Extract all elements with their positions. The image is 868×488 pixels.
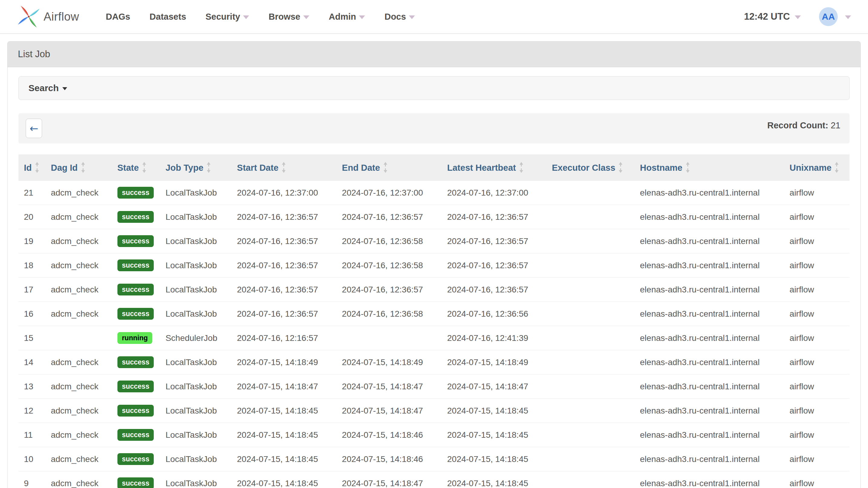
state-badge: success — [117, 405, 154, 417]
column-header-latest_heartbeat[interactable]: Latest Heartbeat — [442, 154, 547, 181]
cell-start_date: 2024-07-15, 14:18:45 — [231, 399, 337, 423]
column-label: State — [117, 163, 139, 173]
actions-toolbar: ← Record Count: 21 — [19, 113, 849, 144]
column-header-start_date[interactable]: Start Date — [231, 154, 337, 181]
column-header-executor_class[interactable]: Executor Class — [546, 154, 634, 181]
cell-latest_heartbeat: 2024-07-16, 12:37:00 — [442, 181, 547, 205]
list-job-panel: List Job Search ← Record Count: 21 IdDa — [7, 41, 861, 488]
column-label: Id — [24, 163, 32, 173]
nav-item-datasets[interactable]: Datasets — [150, 12, 186, 22]
sort-icon — [685, 162, 690, 173]
cell-end_date: 2024-07-15, 14:18:46 — [337, 423, 442, 447]
sort-icon — [519, 162, 524, 173]
cell-start_date: 2024-07-16, 12:37:00 — [231, 181, 337, 205]
cell-latest_heartbeat: 2024-07-15, 14:18:45 — [442, 399, 547, 423]
chevron-down-icon — [845, 16, 851, 19]
record-count-label: Record Count: — [767, 121, 828, 130]
cell-unixname: airflow — [784, 205, 849, 229]
cell-state: success — [112, 302, 160, 326]
cell-state: success — [112, 205, 160, 229]
cell-dag_id: adcm_check — [45, 471, 112, 488]
cell-hostname: elenas-adh3.ru-central1.internal — [634, 278, 784, 302]
cell-dag_id: adcm_check — [45, 253, 112, 278]
column-label: End Date — [342, 163, 380, 173]
cell-latest_heartbeat: 2024-07-16, 12:36:57 — [442, 205, 547, 229]
nav-item-docs[interactable]: Docs — [384, 12, 415, 22]
column-header-end_date[interactable]: End Date — [337, 154, 442, 181]
cell-id: 15 — [19, 326, 45, 350]
column-header-dag_id[interactable]: Dag Id — [45, 154, 112, 181]
cell-state: success — [112, 423, 160, 447]
cell-latest_heartbeat: 2024-07-15, 14:18:45 — [442, 423, 547, 447]
sort-icon — [142, 162, 147, 173]
cell-id: 14 — [19, 350, 45, 374]
nav-item-dags[interactable]: DAGs — [106, 12, 130, 22]
table-row: 14adcm_checksuccessLocalTaskJob2024-07-1… — [19, 350, 849, 374]
search-dropdown[interactable]: Search — [28, 83, 67, 93]
airflow-logo[interactable]: Airflow — [17, 5, 79, 28]
search-label: Search — [28, 83, 59, 93]
cell-dag_id — [45, 326, 112, 350]
cell-job_type: LocalTaskJob — [160, 302, 231, 326]
cell-dag_id: adcm_check — [45, 278, 112, 302]
column-label: Latest Heartbeat — [447, 163, 516, 173]
column-header-unixname[interactable]: Unixname — [784, 154, 849, 181]
cell-id: 17 — [19, 278, 45, 302]
cell-end_date: 2024-07-15, 14:18:47 — [337, 471, 442, 488]
brand-text: Airflow — [43, 10, 79, 23]
left-arrow-icon: ← — [30, 122, 38, 134]
cell-hostname: elenas-adh3.ru-central1.internal — [634, 423, 784, 447]
cell-executor_class — [546, 253, 634, 278]
cell-end_date: 2024-07-15, 14:18:47 — [337, 399, 442, 423]
table-row: 20adcm_checksuccessLocalTaskJob2024-07-1… — [19, 205, 849, 229]
column-header-job_type[interactable]: Job Type — [160, 154, 231, 181]
cell-id: 20 — [19, 205, 45, 229]
cell-id: 10 — [19, 447, 45, 471]
navbar-right: 12:42 UTC AA — [744, 7, 851, 26]
cell-unixname: airflow — [784, 471, 849, 488]
table-row: 11adcm_checksuccessLocalTaskJob2024-07-1… — [19, 423, 849, 447]
state-badge: success — [117, 260, 154, 271]
cell-end_date: 2024-07-16, 12:36:58 — [337, 253, 442, 278]
sort-icon — [383, 162, 388, 173]
clock-dropdown[interactable]: 12:42 UTC — [744, 11, 801, 22]
cell-id: 19 — [19, 229, 45, 253]
cell-state: success — [112, 399, 160, 423]
table-row: 21adcm_checksuccessLocalTaskJob2024-07-1… — [19, 181, 849, 205]
cell-latest_heartbeat: 2024-07-15, 14:18:49 — [442, 350, 547, 374]
cell-unixname: airflow — [784, 399, 849, 423]
cell-hostname: elenas-adh3.ru-central1.internal — [634, 350, 784, 374]
state-badge: success — [117, 284, 154, 296]
cell-job_type: LocalTaskJob — [160, 229, 231, 253]
cell-start_date: 2024-07-16, 12:16:57 — [231, 326, 337, 350]
column-label: Unixname — [789, 163, 832, 173]
cell-end_date: 2024-07-16, 12:36:58 — [337, 229, 442, 253]
user-menu[interactable]: AA — [819, 7, 851, 26]
cell-start_date: 2024-07-15, 14:18:47 — [231, 374, 337, 399]
cell-id: 16 — [19, 302, 45, 326]
nav-item-label: Browse — [269, 12, 300, 22]
cell-hostname: elenas-adh3.ru-central1.internal — [634, 326, 784, 350]
clock-label: 12:42 UTC — [744, 11, 790, 22]
sort-icon — [281, 162, 286, 173]
back-button[interactable]: ← — [26, 119, 42, 138]
table-row: 16adcm_checksuccessLocalTaskJob2024-07-1… — [19, 302, 849, 326]
cell-executor_class — [546, 350, 634, 374]
column-header-id[interactable]: Id — [19, 154, 45, 181]
cell-state: success — [112, 374, 160, 399]
nav-item-browse[interactable]: Browse — [269, 12, 309, 22]
cell-executor_class — [546, 423, 634, 447]
table-row: 12adcm_checksuccessLocalTaskJob2024-07-1… — [19, 399, 849, 423]
cell-hostname: elenas-adh3.ru-central1.internal — [634, 471, 784, 488]
avatar: AA — [819, 7, 838, 26]
nav-item-security[interactable]: Security — [206, 12, 249, 22]
table-body: 21adcm_checksuccessLocalTaskJob2024-07-1… — [19, 181, 849, 488]
nav-item-label: DAGs — [106, 12, 130, 22]
column-header-hostname[interactable]: Hostname — [634, 154, 784, 181]
table-row: 9adcm_checksuccessLocalTaskJob2024-07-15… — [19, 471, 849, 488]
sort-icon — [207, 162, 211, 173]
nav-item-admin[interactable]: Admin — [329, 12, 365, 22]
state-badge: running — [117, 332, 153, 344]
search-box: Search — [19, 76, 849, 100]
column-header-state[interactable]: State — [112, 154, 160, 181]
